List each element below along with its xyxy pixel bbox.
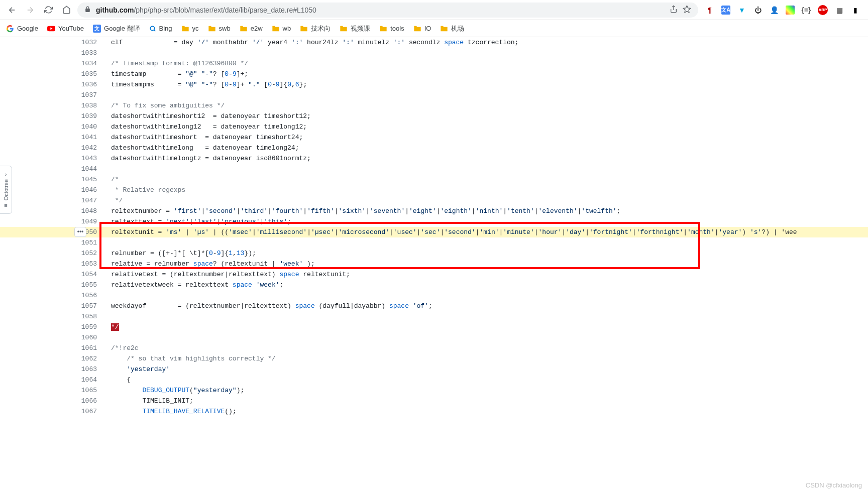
- bookmark-item[interactable]: tools: [379, 25, 404, 32]
- line-content[interactable]: weekdayof = (reltextnumber|reltexttext) …: [105, 301, 868, 311]
- bookmark-item[interactable]: 视频课: [340, 24, 370, 33]
- line-number[interactable]: 1054: [77, 269, 105, 280]
- line-number[interactable]: 1036: [77, 79, 105, 90]
- line-number[interactable]: 1032: [77, 37, 105, 48]
- line-number[interactable]: 1063: [77, 364, 105, 375]
- line-content[interactable]: relativetextweek = reltexttext space 'we…: [105, 280, 868, 290]
- bookmark-item[interactable]: e2w: [240, 25, 263, 32]
- line-content[interactable]: dateshortwithtimeshort12 = datenoyear ti…: [105, 111, 868, 121]
- line-content[interactable]: relativetext = (reltextnumber|reltexttex…: [105, 269, 868, 280]
- line-content[interactable]: /* so that vim highlights correctly */: [105, 353, 868, 364]
- line-content[interactable]: /* Timestamp format: @1126396800 */: [105, 58, 868, 69]
- line-number[interactable]: 1060: [77, 332, 105, 343]
- line-content[interactable]: clf = day '/' monthabbr '/' year4 ':' ho…: [105, 37, 868, 48]
- line-number[interactable]: 1061: [77, 343, 105, 353]
- line-content[interactable]: timestampms = "@" "-"? [0-9]+ "." [0-9]{…: [105, 79, 868, 90]
- line-number[interactable]: 1035: [77, 69, 105, 79]
- line-content[interactable]: [105, 90, 868, 100]
- ext-brave-icon[interactable]: ▼: [737, 6, 746, 15]
- line-content[interactable]: */: [105, 322, 868, 332]
- line-number[interactable]: 1065: [77, 385, 105, 396]
- bookmark-item[interactable]: yc: [181, 25, 199, 32]
- line-content[interactable]: TIMELIB_INIT;: [105, 396, 868, 406]
- home-button[interactable]: [59, 3, 73, 17]
- line-number[interactable]: 1058: [77, 311, 105, 322]
- line-number[interactable]: 1034: [77, 58, 105, 69]
- line-content[interactable]: TIMELIB_HAVE_RELATIVE();: [105, 406, 868, 417]
- line-content[interactable]: * Relative regexps: [105, 185, 868, 195]
- star-icon[interactable]: [683, 5, 691, 15]
- line-content[interactable]: dateshortwithtimeshort = datenoyear time…: [105, 132, 868, 143]
- line-number[interactable]: 1040: [77, 121, 105, 132]
- bookmark-item[interactable]: Google: [6, 25, 38, 33]
- line-content[interactable]: /*!re2c: [105, 343, 868, 353]
- line-number[interactable]: 1049: [77, 216, 105, 227]
- line-content[interactable]: [105, 332, 868, 343]
- ext-user-icon[interactable]: 👤: [770, 6, 779, 15]
- reload-button[interactable]: [41, 3, 55, 17]
- ext-paragraph-icon[interactable]: ¶: [705, 6, 714, 15]
- line-content[interactable]: [105, 237, 868, 248]
- line-number[interactable]: 1038: [77, 100, 105, 111]
- line-content[interactable]: dateshortwithtimelong12 = datenoyear tim…: [105, 121, 868, 132]
- line-actions-menu[interactable]: •••: [74, 227, 86, 237]
- line-content[interactable]: dateshortwithtimelong = datenoyear timel…: [105, 143, 868, 153]
- line-content[interactable]: timestamp = "@" "-"? [0-9]+;: [105, 69, 868, 79]
- share-icon[interactable]: [670, 5, 678, 15]
- line-number[interactable]: 1057: [77, 301, 105, 311]
- ext-braces-icon[interactable]: {=}: [802, 6, 811, 15]
- bookmark-item[interactable]: 文Google 翻译: [93, 24, 140, 33]
- line-number[interactable]: 1047: [77, 195, 105, 206]
- line-content[interactable]: */: [105, 195, 868, 206]
- line-number[interactable]: 1042: [77, 143, 105, 153]
- bookmark-item[interactable]: 机场: [440, 24, 464, 33]
- line-content[interactable]: [105, 290, 868, 301]
- line-content[interactable]: reltextunit = 'ms' | 'µs' | (('msec'|'mi…: [105, 227, 868, 237]
- line-number[interactable]: 1037: [77, 90, 105, 100]
- line-content[interactable]: /* To fix some ambiguities */: [105, 100, 868, 111]
- line-number[interactable]: 1033: [77, 48, 105, 58]
- line-number[interactable]: 1059: [77, 322, 105, 332]
- line-number[interactable]: 1048: [77, 206, 105, 216]
- line-number[interactable]: 1056: [77, 290, 105, 301]
- line-content[interactable]: dateshortwithtimelongtz = datenoyear iso…: [105, 153, 868, 164]
- ext-abp-icon[interactable]: ABP: [818, 5, 828, 15]
- line-number[interactable]: 1045: [77, 174, 105, 185]
- line-content[interactable]: 'yesterday': [105, 364, 868, 375]
- line-content[interactable]: /*: [105, 174, 868, 185]
- bookmark-item[interactable]: 技术向: [300, 24, 331, 33]
- ext-rainbow-icon[interactable]: [786, 6, 795, 15]
- line-content[interactable]: [105, 48, 868, 58]
- forward-button[interactable]: [23, 3, 37, 17]
- bookmark-item[interactable]: YouTube: [47, 25, 84, 32]
- bookmark-item[interactable]: swb: [208, 25, 231, 32]
- line-number[interactable]: 1052: [77, 248, 105, 259]
- ext-qr-icon[interactable]: ▦: [835, 6, 844, 15]
- line-content[interactable]: {: [105, 375, 868, 385]
- line-content[interactable]: relnumber = ([+-]*[ \t]*[0-9]{1,13});: [105, 248, 868, 259]
- line-content[interactable]: [105, 164, 868, 174]
- back-button[interactable]: [5, 3, 19, 17]
- line-content[interactable]: reltextnumber = 'first'|'second'|'third'…: [105, 206, 868, 216]
- line-number[interactable]: 1055: [77, 280, 105, 290]
- line-number[interactable]: 1044: [77, 164, 105, 174]
- line-number[interactable]: 1064: [77, 375, 105, 385]
- ext-gtranslate-icon[interactable]: 文A: [721, 6, 730, 15]
- line-number[interactable]: 1066: [77, 396, 105, 406]
- line-content[interactable]: [105, 311, 868, 322]
- address-bar[interactable]: github.com/php/php-src/blob/master/ext/d…: [77, 3, 698, 18]
- line-number[interactable]: 1062: [77, 353, 105, 364]
- ext-more-icon[interactable]: ▮: [851, 6, 860, 15]
- line-number[interactable]: 1051: [77, 237, 105, 248]
- bookmark-item[interactable]: Bing: [149, 25, 172, 32]
- ext-power-icon[interactable]: ⏻: [753, 6, 763, 15]
- line-content[interactable]: DEBUG_OUTPUT("yesterday");: [105, 385, 868, 396]
- bookmark-item[interactable]: IO: [413, 25, 431, 32]
- line-number[interactable]: 1039: [77, 111, 105, 121]
- line-number[interactable]: 1041: [77, 132, 105, 143]
- line-content[interactable]: relative = relnumber space? (reltextunit…: [105, 259, 868, 269]
- bookmark-item[interactable]: wb: [272, 25, 291, 32]
- line-number[interactable]: 1046: [77, 185, 105, 195]
- line-number[interactable]: 1067: [77, 406, 105, 417]
- line-number[interactable]: 1043: [77, 153, 105, 164]
